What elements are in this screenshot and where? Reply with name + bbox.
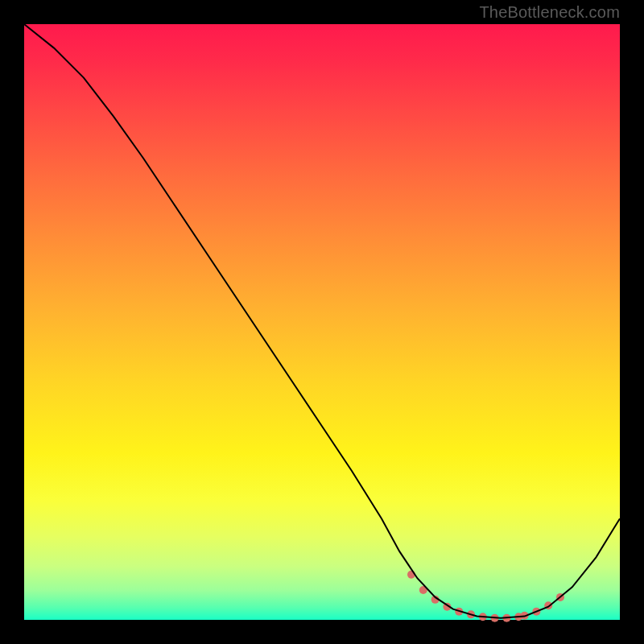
chart-svg: [24, 24, 620, 620]
chart-container: TheBottleneck.com: [0, 0, 644, 644]
plot-area: [24, 24, 620, 620]
optimal-band-markers: [407, 571, 564, 622]
bottleneck-curve: [24, 24, 620, 618]
attribution-text: TheBottleneck.com: [479, 3, 620, 22]
